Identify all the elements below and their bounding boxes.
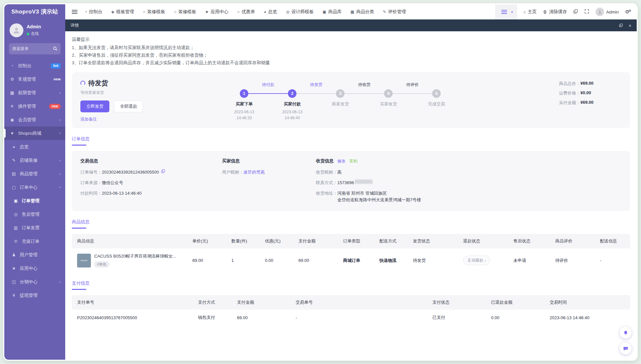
shop-icon: ♥ [9, 131, 15, 136]
buyer-nickname-link[interactable]: 迷茫的梵高 [243, 169, 265, 176]
chevron-left-icon: ‹ [59, 158, 61, 163]
dashboard-icon: ◔ [9, 63, 15, 68]
topnav-item-goods-category[interactable]: ▦商品分类 [350, 9, 374, 15]
sidebar-item-withdraw[interactable]: ¥ 提现管理 [4, 289, 65, 302]
payment-row: P202302464039513767005500 钱包支付 69.00 - 已… [72, 310, 630, 325]
tips-line: 3、订单全部退款将会退回商品库存，并且减少实际销量，订单商品上的主动退款不会退回… [72, 59, 630, 67]
step-name-block: 买家下单 2023-06-1314:46:33 [223, 101, 265, 121]
fullscreen-button[interactable] [584, 9, 589, 15]
edit-address-link[interactable]: 修改 [337, 158, 346, 164]
tips-line: 2、买家申请售后，须征得买家同意后发货，否则买家有权拒收货物； [72, 51, 630, 59]
tab-detail[interactable]: 详情 [70, 23, 79, 28]
sidebar-item-distribution[interactable]: ◫ 分销中心 ‹ [4, 275, 65, 289]
topnav-item-app-center[interactable]: ★应用中心 [205, 9, 228, 15]
sidebar-item-recharge[interactable]: ℗ 充值订单 [4, 235, 65, 248]
menu-search [9, 43, 61, 54]
tips-line: 1、如果无法发货，请及时与买家联系并说明情况后主动退款； [72, 44, 630, 51]
product-thumbnail[interactable] [77, 254, 91, 267]
sidebar-item-shop-decorate[interactable]: ✎ 店铺装修 ‹ [4, 154, 65, 167]
sidebar-toggle-icon[interactable] [72, 12, 77, 12]
trash-icon [543, 10, 547, 14]
step-name-block: 买家收货 [367, 101, 410, 107]
topnav-item-coupon[interactable]: ○优惠券 [237, 9, 255, 15]
chat-fab[interactable] [620, 343, 631, 354]
order-steps: 待付款 待发货 待收货 待评价 1 2 3 4 5 [240, 82, 441, 123]
star-icon: ★ [205, 10, 209, 14]
sidebar-item-user-manage[interactable]: ♟ 用户管理 [4, 248, 65, 262]
delivery-method: 快递物流 [376, 248, 410, 272]
tab-product-info[interactable]: 商品信息 [72, 219, 90, 229]
topnav-item-goods-library[interactable]: ▣商品库 [322, 9, 342, 15]
product-table-header: 商品信息 单价(元) 数量(件) 优惠(元) 支付金额 订单类型 配送方式 发货… [72, 234, 630, 248]
sidebar-item-members[interactable]: ◉ 会员管理 ‹ [4, 113, 65, 126]
amount-label: 运费价格： [559, 90, 580, 96]
topnav-item-overview[interactable]: ◕总览 [264, 9, 277, 15]
sidebar-item-order-manage[interactable]: ▣ 订单管理 [4, 194, 65, 208]
topnav-item-designer-template[interactable]: ◎设计师模板 [286, 9, 314, 15]
add-note-link[interactable]: 添加备注 [80, 117, 97, 122]
topnav-item-console[interactable]: ◔控制台 [85, 9, 102, 15]
topnav-item-decorate-template-2[interactable]: ○装修模板 [174, 9, 196, 15]
refund-all-button[interactable]: 全部退款 [114, 100, 143, 112]
sidebar-item-order-center[interactable]: ▢ 订单中心 › [4, 181, 65, 194]
user-menu[interactable]: Admin [596, 8, 619, 16]
copy-icon[interactable] [161, 169, 165, 173]
recharge-icon: ℗ [13, 239, 19, 244]
phase-label: 待发货 [298, 82, 334, 88]
clear-cache-button[interactable]: 清除缓存 [543, 9, 567, 15]
top-navbar: ◔控制台 ◈模板管理 ○装修模板 ○装修模板 ★应用中心 ○优惠券 ◕总览 ◎设… [65, 4, 637, 19]
members-icon: ◉ [9, 117, 15, 122]
ship-status: 待发货 [409, 248, 460, 272]
sidebar-item-general[interactable]: ⚙ 常规管理 new [4, 72, 65, 86]
tab-underline [72, 145, 86, 146]
sidebar-item-shopro-mall[interactable]: ♥ Shopro商城 › [4, 126, 65, 140]
fullscreen-icon [584, 9, 589, 14]
tab-payment-info[interactable]: 支付信息 [72, 280, 90, 290]
topnav-item-decorate-template-1[interactable]: ○装修模板 [143, 9, 165, 15]
close-icon[interactable]: × [628, 23, 631, 28]
product-name[interactable]: CACUSS B0520帽子男百搭潮流棒球帽女... [94, 253, 176, 259]
ship-now-button[interactable]: 立即发货 [80, 100, 109, 112]
settings-gears-icon[interactable]: ⚙⚙ [625, 9, 631, 15]
step-connector [345, 93, 384, 94]
topnav-item-review-manage[interactable]: ✎评价管理 [383, 9, 406, 15]
sidebar-item-goods-manage[interactable]: ▤ 商品管理 ‹ [4, 167, 65, 181]
sidebar-item-plugins[interactable]: ✈ 插件管理 new [4, 99, 65, 113]
sidebar-item-app-center[interactable]: ★ 应用中心 [4, 262, 65, 275]
sidebar-user-block: Admin 在线 [4, 19, 65, 40]
home-icon: ⌂ [523, 10, 526, 14]
chevron-left-icon: ‹ [59, 279, 61, 284]
order-detail-content: 温馨提示 1、如果无法发货，请及时与买家联系并说明情况后主动退款； 2、买家申请… [65, 31, 637, 360]
delivery-info: - [597, 248, 630, 272]
status-left: 待发货 等待卖家发货 立即发货 全部退款 添加备注 [80, 79, 181, 123]
sidebar-item-permissions[interactable]: ▩ 权限管理 ‹ [4, 86, 65, 99]
coupon-icon: ○ [237, 10, 239, 14]
copy-file-icon [573, 9, 578, 14]
sidebar-item-invoice[interactable]: ▥ 订单发票 [4, 221, 65, 235]
user-status: 在线 [27, 31, 41, 37]
phase-label: 待收货 [346, 82, 382, 88]
overview-icon: ◕ [11, 144, 17, 149]
withdraw-icon: ¥ [11, 293, 17, 298]
search-icon [53, 46, 58, 51]
step-connector [393, 93, 432, 94]
refund-status-badge[interactable]: 主动退款 › [463, 256, 490, 265]
home-link[interactable]: ⌂ 主页 [523, 9, 537, 15]
tips-block: 温馨提示 1、如果无法发货，请及时与买家联系并说明情况后主动退款； 2、买家申请… [72, 37, 630, 67]
product-row: CACUSS B0520帽子男百搭潮流棒球帽女... #米色 69.00 1 0… [72, 248, 630, 272]
copy-address-link[interactable]: 复制 [349, 158, 357, 164]
user-status-label: 在线 [31, 31, 39, 37]
sidebar-item-aftersale[interactable]: ◎ 售后管理 [4, 208, 65, 221]
amount-value: ¥69.00 [580, 100, 594, 106]
terminal-button[interactable] [573, 9, 578, 15]
tab-order-info[interactable]: 订单信息 [72, 136, 90, 146]
amount-value: ¥0.00 [580, 90, 591, 96]
topnav-item-template-manage[interactable]: ◈模板管理 [111, 9, 134, 15]
step-name-block: 商家发货 [319, 101, 362, 107]
window-restore-icon[interactable] [619, 23, 623, 27]
notification-fab[interactable] [620, 327, 631, 339]
nav-menu-dropdown[interactable]: ▾ [495, 4, 517, 19]
sidebar-item-overview[interactable]: ◕ 总览 [4, 140, 65, 154]
amount-value: ¥69.00 [580, 81, 594, 87]
sidebar-item-dashboard[interactable]: ◔ 控制台 hot [4, 59, 65, 72]
